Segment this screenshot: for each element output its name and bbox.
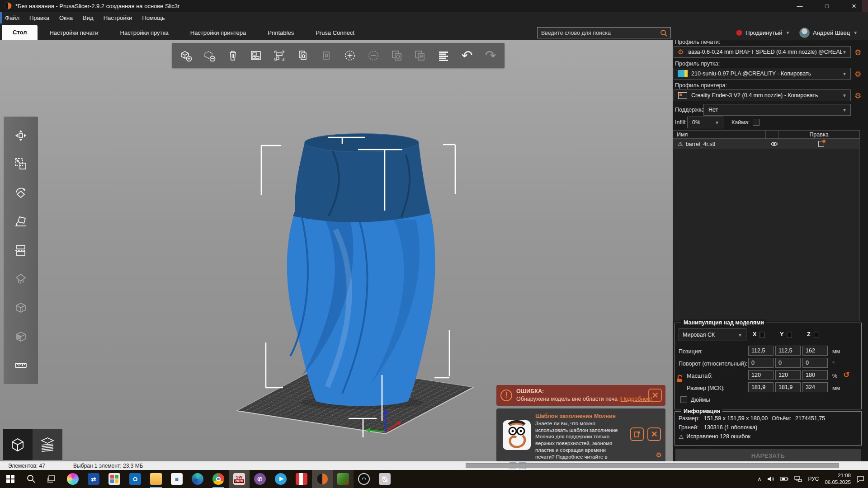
axis-y-lock-icon[interactable] (787, 332, 792, 338)
task-view-button[interactable] (42, 470, 62, 488)
menu-edit[interactable]: Правка (24, 12, 54, 23)
taskbar-telegram[interactable] (270, 470, 291, 488)
eye-icon[interactable] (765, 141, 783, 147)
position-x-input[interactable] (748, 346, 774, 356)
error-details-link[interactable]: [Подробнее] (619, 396, 652, 402)
size-x-input[interactable] (748, 382, 774, 392)
inches-checkbox[interactable] (680, 396, 687, 403)
user-account-menu[interactable]: Андрей Швец ▼ (799, 26, 858, 39)
arrange-selection-icon[interactable] (270, 46, 289, 65)
tab-printer-settings[interactable]: Настройки принтера (180, 26, 256, 40)
taskbar-chrome[interactable] (208, 470, 229, 488)
taskbar-teamviewer[interactable]: ⇄ (83, 470, 104, 488)
hint-close-icon[interactable]: ✕ (647, 427, 661, 441)
taskbar-game[interactable] (333, 470, 354, 488)
edit-object-icon[interactable] (818, 141, 824, 147)
size-z-input[interactable] (802, 382, 828, 392)
printer-profile-gear-icon[interactable]: ⚙ (854, 91, 861, 101)
taskbar-copilot[interactable] (62, 470, 83, 488)
taskbar-edge[interactable] (187, 470, 208, 488)
position-y-input[interactable] (775, 346, 801, 356)
close-button[interactable]: ✕ (848, 3, 860, 9)
taskbar-hwmonitor[interactable] (291, 470, 312, 488)
infill-combo[interactable]: 0% ▼ (687, 117, 723, 128)
rotation-z-input[interactable] (802, 358, 828, 368)
place-on-face-icon[interactable] (11, 211, 31, 231)
taskbar-documents-app[interactable]: ≣ (166, 470, 187, 488)
slice-button[interactable]: НАРЕЗАТЬ (675, 449, 861, 462)
search-icon[interactable] (660, 29, 668, 37)
search-input[interactable] (538, 30, 660, 36)
hint-settings-gear-icon[interactable]: ⚙ (656, 451, 662, 459)
menu-view[interactable]: Вид (78, 12, 99, 23)
seam-painting-icon[interactable] (11, 298, 31, 318)
paste-icon[interactable] (317, 46, 336, 65)
remove-instance-icon[interactable] (364, 46, 383, 65)
minimize-button[interactable]: — (794, 3, 806, 9)
tab-print-settings[interactable]: Настройки печати (39, 26, 108, 40)
variable-layer-height-icon[interactable] (434, 46, 453, 65)
printer-profile-combo[interactable]: Creality Ender-3 V2 (0.4 mm nozzle) - Ко… (674, 89, 851, 101)
axis-x-lock-icon[interactable] (760, 332, 764, 338)
error-close-icon[interactable]: ✕ (648, 389, 662, 402)
taskbar-ms-store[interactable] (104, 470, 125, 488)
scale-z-input[interactable] (802, 370, 828, 380)
tray-expand-icon[interactable]: ∧ (758, 476, 762, 482)
add-object-icon[interactable] (176, 46, 195, 65)
tab-filament-settings[interactable]: Настройки прутка (110, 26, 179, 40)
rotation-x-input[interactable] (748, 358, 774, 368)
fuzzy-skin-icon[interactable] (11, 327, 31, 347)
menu-window[interactable]: Окна (54, 12, 78, 23)
menu-help[interactable]: Помощь (137, 12, 170, 23)
tab-plater[interactable]: Стол (2, 25, 38, 40)
notification-center-icon[interactable] (857, 475, 864, 483)
preview-sliced-button[interactable] (33, 429, 62, 460)
menu-file[interactable]: Файл (0, 12, 24, 23)
tray-clock[interactable]: 21:08 06.05.2025 (825, 472, 851, 486)
search-box[interactable] (537, 27, 671, 38)
taskbar-outlook[interactable]: O (125, 470, 146, 488)
rotation-y-input[interactable] (775, 358, 801, 368)
size-y-input[interactable] (775, 382, 801, 392)
battery-icon[interactable] (780, 476, 788, 482)
support-combo[interactable]: Нет ▼ (703, 104, 851, 116)
hint-docs-button[interactable] (630, 427, 644, 441)
split-to-objects-icon[interactable] (387, 46, 406, 65)
uniform-scale-lock-icon[interactable] (676, 375, 684, 384)
taskbar-file-explorer[interactable] (146, 470, 166, 488)
scale-icon[interactable] (11, 154, 31, 174)
measure-icon[interactable] (11, 355, 31, 375)
maximize-button[interactable]: □ (821, 3, 833, 9)
print-profile-gear-icon[interactable]: ⚙ (854, 48, 861, 57)
language-indicator[interactable]: РУС (808, 476, 819, 482)
taskbar-system-monitor[interactable]: 📈 (374, 470, 395, 488)
axis-z-lock-icon[interactable] (814, 332, 819, 338)
start-button[interactable] (0, 470, 21, 488)
filament-profile-combo[interactable]: 210-sunlu-0.97 PLA @CREALITY - Копироват… (674, 68, 851, 80)
taskbar-solidworks[interactable]: SW2020 (229, 470, 250, 488)
redo-icon[interactable]: ↷ (481, 46, 500, 65)
arrange-icon[interactable] (246, 46, 265, 65)
tab-prusa-connect[interactable]: Prusa Connect (306, 26, 364, 40)
move-icon[interactable] (11, 126, 31, 145)
scale-x-input[interactable] (748, 370, 774, 380)
network-icon[interactable] (794, 476, 802, 482)
taskbar-prusaslicer[interactable] (312, 470, 333, 488)
scale-y-input[interactable] (775, 370, 801, 380)
reset-scale-icon[interactable]: ↺ (843, 370, 849, 380)
taskbar-viber[interactable]: ✆ (250, 470, 270, 488)
volume-icon[interactable] (767, 476, 774, 482)
undo-icon[interactable]: ↶ (458, 46, 476, 65)
model-barrel[interactable] (287, 134, 435, 406)
position-z-input[interactable] (802, 346, 828, 356)
filament-profile-gear-icon[interactable]: ⚙ (854, 70, 861, 79)
mode-selector[interactable]: Продвинутый ▼ (736, 27, 790, 38)
paint-supports-icon[interactable] (11, 269, 31, 289)
taskbar-search[interactable] (21, 470, 42, 488)
3d-viewport[interactable]: ↶ ↷ (0, 40, 673, 461)
coord-system-combo[interactable]: Мировая СК ▼ (679, 328, 746, 341)
print-profile-combo[interactable]: ⚙ ваза-0.6-0.24 mm DRAFT SPEED (0.4 mm n… (674, 46, 851, 58)
cut-icon[interactable] (11, 240, 31, 260)
copy-icon[interactable] (293, 46, 312, 65)
taskbar-parsec[interactable]: ◠ (354, 470, 374, 488)
